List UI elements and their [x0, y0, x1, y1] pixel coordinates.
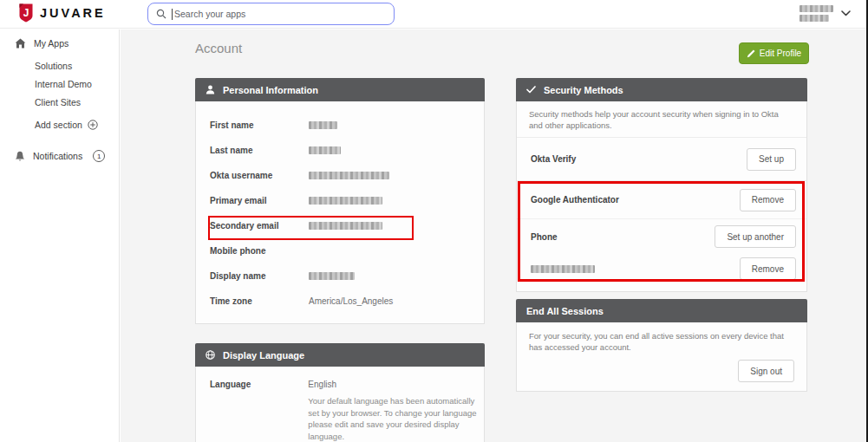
display-language-body: Language English Your default language h…: [195, 367, 485, 442]
sidebar-item-internal-demo[interactable]: Internal Demo: [35, 79, 92, 89]
end-all-sessions-body: For your security, you can end all activ…: [516, 322, 807, 392]
end-all-sessions-header: End All Sessions: [516, 299, 807, 322]
field-value-redacted: [295, 222, 382, 230]
language-label: Language: [196, 380, 294, 442]
globe-icon: [206, 350, 215, 360]
security-methods-body: Security methods help your account secur…: [516, 101, 807, 292]
field-value-redacted: [295, 197, 382, 205]
juvare-logo[interactable]: J JUVARE: [18, 3, 106, 23]
end-all-sessions-card: End All Sessions For your security, you …: [516, 299, 807, 392]
okta-verify-set-up-button[interactable]: Set up: [747, 148, 796, 171]
field-label: Mobile phone: [196, 246, 295, 256]
end-all-sessions-description: For your security, you can end all activ…: [529, 330, 794, 353]
notification-count-badge: 1: [93, 150, 105, 162]
sidebar-item-solutions[interactable]: Solutions: [35, 61, 72, 71]
bell-icon: [15, 151, 25, 162]
search-input[interactable]: [174, 9, 386, 19]
sidebar-item-label: Client Sites: [35, 97, 81, 107]
plus-circle-icon: [88, 120, 98, 130]
user-menu[interactable]: [799, 5, 851, 22]
phone-remove-button[interactable]: Remove: [740, 257, 796, 280]
security-methods-description: Security methods help your account secur…: [517, 101, 806, 138]
field-row-last-name: Last name: [196, 138, 484, 163]
sidebar-item-client-sites[interactable]: Client Sites: [35, 97, 81, 107]
security-methods-header: Security Methods: [516, 78, 807, 101]
phone-number-redacted: [531, 261, 595, 276]
sidebar-item-add-section[interactable]: Add section: [35, 120, 98, 130]
field-row-primary-email: Primary email: [196, 188, 484, 213]
field-row-mobile-phone: Mobile phone: [196, 238, 484, 263]
edit-profile-button[interactable]: Edit Profile: [739, 42, 809, 64]
personal-information-card: Personal Information First name Last nam…: [195, 78, 485, 324]
field-value-redacted: [295, 272, 355, 280]
field-row-first-name: First name: [196, 113, 484, 138]
sidebar-item-my-apps[interactable]: My Apps: [15, 38, 69, 49]
display-language-header: Display Language: [195, 343, 485, 367]
sidebar-item-label: My Apps: [34, 38, 69, 49]
sidebar-item-label: Add section: [35, 120, 82, 130]
sign-out-button[interactable]: Sign out: [738, 360, 794, 382]
check-icon: [526, 86, 536, 94]
field-label: Primary email: [196, 196, 295, 205]
home-icon: [15, 38, 26, 49]
security-row-phone-number: Remove: [517, 254, 806, 291]
method-label: Google Authenticator: [531, 195, 619, 205]
method-label: Phone: [531, 232, 558, 242]
field-value-redacted: [295, 146, 341, 154]
field-row-time-zone: Time zone America/Los_Angeles: [196, 289, 484, 314]
security-row-google-authenticator: Google Authenticator Remove: [517, 181, 806, 219]
chevron-down-icon: [841, 10, 851, 16]
field-label: Last name: [196, 146, 295, 155]
page-title: Account: [195, 41, 242, 55]
juvare-logo-text: JUVARE: [40, 6, 106, 20]
card-title: Security Methods: [544, 85, 623, 95]
search-icon: [156, 9, 166, 19]
field-value-redacted: [295, 121, 337, 129]
field-label: First name: [196, 120, 295, 130]
user-name-redacted: [799, 5, 833, 22]
card-title: Personal Information: [223, 85, 318, 95]
juvare-logo-icon: J: [18, 3, 34, 23]
field-value: America/Los_Angeles: [295, 296, 393, 306]
language-description: Your default language has been automatic…: [308, 395, 483, 442]
card-title: End All Sessions: [526, 306, 604, 316]
person-icon: [206, 85, 215, 94]
security-methods-card: Security Methods Security methods help y…: [516, 78, 807, 292]
security-row-okta-verify: Okta Verify Set up: [517, 138, 806, 181]
field-row-display-name: Display name: [196, 263, 484, 289]
sidebar: My Apps Solutions Internal Demo Client S…: [0, 29, 120, 442]
main-content: Account Edit Profile Personal Informatio…: [121, 29, 866, 442]
sidebar-item-notifications[interactable]: Notifications 1: [15, 150, 105, 162]
method-label: Okta Verify: [531, 154, 576, 164]
svg-text:J: J: [23, 7, 29, 19]
field-label: Okta username: [196, 171, 295, 180]
top-bar: J JUVARE: [0, 0, 866, 29]
field-row-okta-username: Okta username: [196, 163, 484, 188]
security-row-phone: Phone Set up another: [517, 219, 806, 254]
personal-information-header: Personal Information: [195, 78, 485, 101]
field-label: Display name: [196, 271, 295, 281]
field-label: Time zone: [196, 296, 295, 306]
sidebar-item-label: Internal Demo: [35, 79, 92, 89]
edit-profile-label: Edit Profile: [760, 49, 801, 58]
sidebar-item-label: Solutions: [35, 61, 72, 71]
display-language-card: Display Language Language English Your d…: [195, 343, 485, 442]
personal-information-body: First name Last name Okta username Prima…: [195, 101, 485, 324]
phone-set-up-another-button[interactable]: Set up another: [715, 225, 796, 248]
language-value: English: [308, 380, 484, 389]
app-search-box[interactable]: [147, 3, 395, 25]
google-authenticator-remove-button[interactable]: Remove: [740, 189, 796, 211]
pencil-icon: [747, 49, 755, 58]
field-value-redacted: [295, 172, 389, 179]
sidebar-item-label: Notifications: [33, 151, 82, 161]
text-cursor: [172, 9, 173, 20]
field-label: Secondary email: [196, 221, 295, 231]
card-title: Display Language: [223, 350, 304, 361]
field-row-secondary-email: Secondary email: [196, 213, 484, 238]
